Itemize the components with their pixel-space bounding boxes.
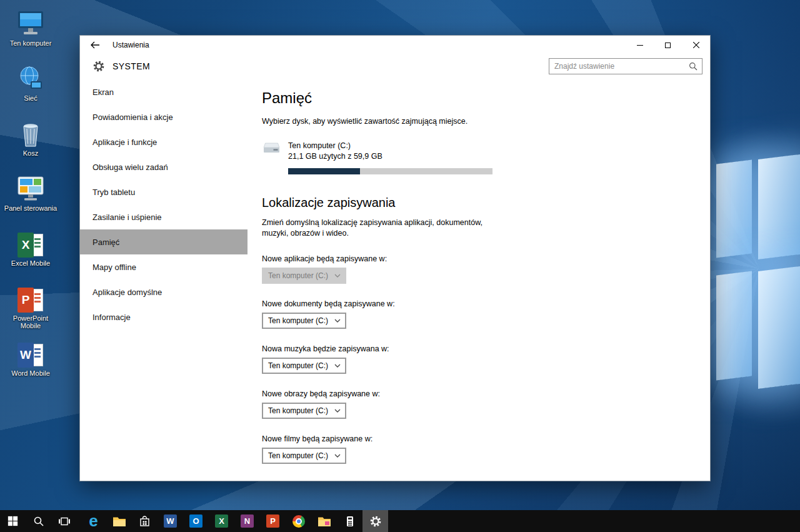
control-panel-icon bbox=[16, 173, 45, 203]
taskbar-chrome[interactable] bbox=[286, 510, 311, 532]
desktop-icon-label: Kosz bbox=[23, 149, 38, 157]
sidebar-item-tryb-tabletu[interactable]: Tryb tabletu bbox=[80, 179, 248, 204]
hard-drive-icon bbox=[263, 143, 282, 156]
save-location-group: Nowa muzyka będzie zapisywana w: Ten kom… bbox=[262, 344, 685, 374]
task-view-button[interactable] bbox=[51, 510, 77, 532]
page-title: SYSTEM bbox=[112, 61, 150, 71]
taskbar-word[interactable]: W bbox=[158, 510, 183, 532]
desktop-icon-control-panel[interactable]: Panel sterowania bbox=[2, 173, 59, 228]
select-new-pictures[interactable]: Ten komputer (C:) bbox=[262, 403, 346, 419]
taskbar-calculator[interactable] bbox=[337, 510, 362, 532]
wallpaper-window-pane bbox=[716, 271, 752, 381]
back-button[interactable] bbox=[85, 36, 105, 54]
taskbar-onenote[interactable]: N bbox=[234, 510, 260, 532]
taskbar: e W O X N P bbox=[0, 510, 800, 532]
select-label: Nowe filmy będą zapisywane w: bbox=[262, 434, 685, 443]
settings-sidebar: Ekran Powiadomienia i akcje Aplikacje i … bbox=[80, 78, 248, 481]
chevron-down-icon bbox=[334, 274, 341, 278]
sidebar-item-obsluga-zadan[interactable]: Obsługa wielu zadań bbox=[80, 154, 248, 179]
sidebar-item-ekran[interactable]: Ekran bbox=[80, 79, 248, 104]
chrome-icon bbox=[292, 515, 305, 528]
taskbar-search-button[interactable] bbox=[26, 510, 51, 532]
section-subheading: Wybierz dysk, aby wyświetlić zawartość z… bbox=[262, 116, 531, 127]
chevron-down-icon bbox=[334, 319, 341, 323]
settings-search-input[interactable] bbox=[549, 62, 689, 71]
minimize-button[interactable] bbox=[626, 36, 654, 54]
wallpaper-window-pane bbox=[758, 154, 800, 259]
desktop-icon-word-mobile[interactable]: W Word Mobile bbox=[2, 338, 59, 393]
select-new-music[interactable]: Ten komputer (C:) bbox=[262, 358, 346, 374]
desktop-icon-label: Ten komputer bbox=[10, 39, 52, 47]
excel-icon: X bbox=[215, 514, 228, 528]
sidebar-item-mapy-offline[interactable]: Mapy offline bbox=[80, 254, 248, 279]
folder-pictures-icon bbox=[318, 516, 331, 527]
taskbar-store[interactable] bbox=[132, 510, 158, 532]
save-location-group: Nowe obrazy będą zapisywane w: Ten kompu… bbox=[262, 389, 685, 419]
select-value: Ten komputer (C:) bbox=[268, 316, 328, 325]
powerpoint-mobile-icon: P bbox=[16, 283, 45, 313]
chevron-down-icon bbox=[334, 454, 341, 458]
titlebar[interactable]: Ustawienia bbox=[80, 36, 710, 54]
edge-icon: e bbox=[89, 513, 98, 529]
desktop-icon-powerpoint-mobile[interactable]: P PowerPoint Mobile bbox=[2, 283, 59, 338]
file-explorer-icon bbox=[112, 516, 126, 527]
wallpaper-window-pane bbox=[716, 160, 752, 258]
desktop-icon-this-pc[interactable]: Ten komputer bbox=[2, 8, 59, 63]
desktop-icon-label: Excel Mobile bbox=[11, 259, 50, 267]
sidebar-item-powiadomienia[interactable]: Powiadomienia i akcje bbox=[80, 104, 248, 129]
onenote-icon: N bbox=[241, 514, 254, 528]
start-button[interactable] bbox=[0, 510, 26, 532]
gear-icon bbox=[369, 515, 382, 528]
drive-item[interactable]: Ten komputer (C:) 21,1 GB użytych z 59,9… bbox=[262, 141, 685, 162]
powerpoint-icon: P bbox=[266, 514, 279, 528]
chevron-down-icon bbox=[334, 364, 341, 368]
gear-icon bbox=[92, 60, 105, 73]
maximize-icon bbox=[665, 43, 671, 48]
settings-search-box[interactable] bbox=[549, 58, 702, 74]
select-label: Nowe dokumenty będą zapisywane w: bbox=[262, 299, 685, 308]
taskbar-excel[interactable]: X bbox=[209, 510, 234, 532]
drive-text: Ten komputer (C:) 21,1 GB użytych z 59,9… bbox=[288, 141, 382, 162]
desktop-icon-excel-mobile[interactable]: X Excel Mobile bbox=[2, 228, 59, 283]
minimize-icon bbox=[637, 45, 643, 46]
select-label: Nowe obrazy będą zapisywane w: bbox=[262, 389, 685, 398]
chevron-down-icon bbox=[334, 409, 341, 413]
taskbar-settings[interactable] bbox=[362, 510, 388, 532]
select-new-apps[interactable]: Ten komputer (C:) bbox=[262, 268, 346, 284]
select-new-documents[interactable]: Ten komputer (C:) bbox=[262, 313, 346, 329]
app-header: SYSTEM bbox=[80, 54, 710, 78]
search-icon[interactable] bbox=[689, 62, 698, 71]
sidebar-item-aplikacje-domyslne[interactable]: Aplikacje domyślne bbox=[80, 279, 248, 304]
taskbar-folder-app[interactable] bbox=[311, 510, 337, 532]
save-location-group: Nowe filmy będą zapisywane w: Ten komput… bbox=[262, 434, 685, 464]
sidebar-item-zasilanie[interactable]: Zasilanie i uśpienie bbox=[80, 204, 248, 229]
search-icon bbox=[33, 516, 44, 527]
select-value: Ten komputer (C:) bbox=[268, 451, 328, 460]
desktop-icon-column: Ten komputer Sieć Kosz bbox=[2, 8, 59, 393]
taskbar-powerpoint[interactable]: P bbox=[260, 510, 286, 532]
maximize-button[interactable] bbox=[654, 36, 682, 54]
desktop-icon-label: Panel sterowania bbox=[4, 204, 57, 212]
taskbar-file-explorer[interactable] bbox=[106, 510, 132, 532]
store-icon bbox=[139, 515, 151, 528]
section-heading: Pamięć bbox=[262, 89, 685, 107]
locations-heading: Lokalizacje zapisywania bbox=[262, 196, 685, 210]
sidebar-item-informacje[interactable]: Informacje bbox=[80, 304, 248, 329]
locations-description: Zmień domyślną lokalizację zapisywania a… bbox=[262, 218, 488, 239]
select-value: Ten komputer (C:) bbox=[268, 271, 328, 280]
taskbar-outlook[interactable]: O bbox=[183, 510, 209, 532]
sidebar-item-pamiec[interactable]: Pamięć bbox=[80, 229, 248, 254]
save-location-group: Nowe aplikacje będą zapisywane w: Ten ko… bbox=[262, 254, 685, 284]
word-icon: W bbox=[164, 514, 177, 528]
outlook-icon: O bbox=[189, 514, 202, 528]
select-new-movies[interactable]: Ten komputer (C:) bbox=[262, 448, 346, 464]
recycle-bin-icon bbox=[16, 118, 45, 148]
desktop-icon-label: PowerPoint Mobile bbox=[2, 314, 59, 329]
sidebar-item-aplikacje-funkcje[interactable]: Aplikacje i funkcje bbox=[80, 129, 248, 154]
drive-usage-bar bbox=[288, 168, 492, 174]
taskbar-edge[interactable]: e bbox=[81, 510, 106, 532]
desktop-icon-recycle-bin[interactable]: Kosz bbox=[2, 118, 59, 173]
close-button[interactable] bbox=[682, 36, 710, 54]
drive-name: Ten komputer (C:) bbox=[288, 141, 382, 151]
desktop-icon-network[interactable]: Sieć bbox=[2, 63, 59, 118]
